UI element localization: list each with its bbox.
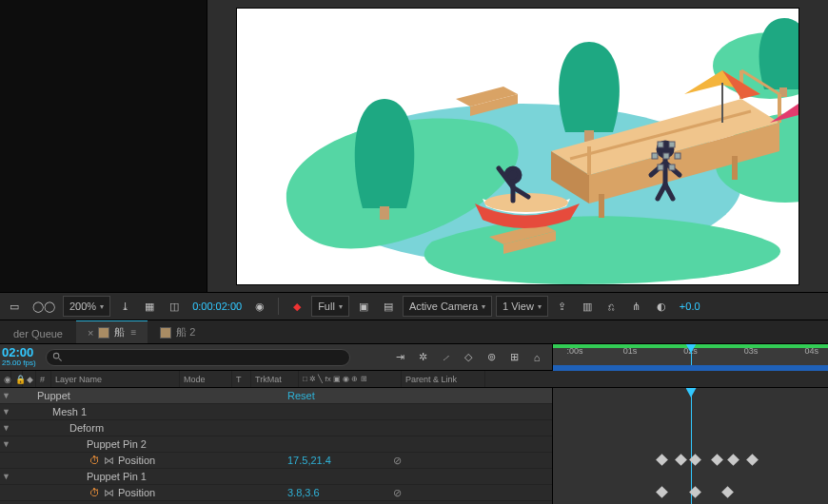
keyframe[interactable]: [656, 454, 668, 466]
svg-rect-9: [599, 194, 604, 218]
row-mesh[interactable]: ▼Mesh 1: [0, 404, 552, 420]
mask-toggle-icon[interactable]: ◯◯: [29, 296, 59, 317]
keyframe[interactable]: [689, 486, 701, 498]
row-pin-1[interactable]: ▼Puppet Pin 1: [0, 469, 552, 485]
zoom-dropdown[interactable]: 200%: [63, 296, 110, 317]
col-trkmat: TrkMat: [251, 371, 299, 387]
col-switches: □ ✲ ╲ fx ▣ ◉ ⊕ ⊞: [299, 371, 402, 387]
col-index: #: [36, 371, 51, 387]
twirl-icon[interactable]: ▼: [2, 391, 10, 400]
keyframe[interactable]: [656, 486, 668, 498]
close-tab-icon[interactable]: ×: [88, 327, 93, 339]
col-parent: Parent & Link: [402, 371, 485, 387]
col-lock-icon[interactable]: 🔒: [11, 371, 23, 387]
tab-render-queue[interactable]: der Queue: [2, 324, 74, 343]
roi-icon[interactable]: ▤: [378, 296, 399, 317]
view-toggle-icon[interactable]: ▭: [4, 296, 25, 317]
keyframe-nav-icon[interactable]: ⋈: [104, 487, 114, 499]
frame-blend-icon[interactable]: ◇: [459, 348, 478, 367]
camera-dropdown[interactable]: Active Camera: [403, 296, 492, 317]
twirl-icon[interactable]: ▼: [2, 423, 10, 433]
row-pin-1-position[interactable]: ⏱ ⋈ Position 3.8,3.6 ⊘: [0, 485, 552, 501]
current-time-indicator[interactable]: 02:00 25.00 fps): [0, 347, 40, 368]
snapshot-icon[interactable]: ◉: [249, 296, 270, 317]
preview-viewport[interactable]: [207, 0, 828, 292]
guides-icon[interactable]: ◫: [164, 296, 185, 317]
resolution-down-icon[interactable]: ⤓: [114, 296, 135, 317]
timeline-toolbar-icons: ⇥ ✲ ⟋ ◇ ⊚ ⊞ ⌂: [390, 348, 552, 367]
twirl-icon[interactable]: ▼: [2, 439, 10, 449]
tab-menu-icon[interactable]: ≡: [130, 327, 136, 338]
brainstorm-icon[interactable]: ⌂: [527, 348, 546, 367]
tab-comp-2[interactable]: 船 2: [149, 321, 207, 343]
separator: [278, 298, 279, 315]
row-pin-2-position[interactable]: ⏱ ⋈ Position 17.5,21.4 ⊘: [0, 453, 552, 469]
motion-blur-icon[interactable]: ⊚: [482, 348, 501, 367]
keyframe[interactable]: [711, 454, 723, 466]
pixel-aspect-icon[interactable]: ▥: [577, 296, 598, 317]
composition-canvas[interactable]: [237, 9, 798, 284]
tab-label: der Queue: [13, 328, 63, 339]
transparency-grid-icon[interactable]: ▣: [353, 296, 374, 317]
col-label-icon[interactable]: ◆: [23, 371, 36, 387]
keyframe[interactable]: [727, 454, 739, 466]
preview-quality-dropdown[interactable]: Full: [311, 296, 349, 317]
keyframe[interactable]: [675, 454, 687, 466]
pickwhip-icon[interactable]: ⊘: [383, 455, 411, 467]
layer-panel: ▼Puppet Reset ▼Mesh 1 ▼Deform ▼Puppet Pi…: [0, 388, 828, 504]
timeline-graph-icon[interactable]: ⋔: [626, 296, 647, 317]
views-value: 1 View: [503, 300, 534, 312]
channel-icon[interactable]: ◆: [286, 296, 307, 317]
layer-outline[interactable]: ▼Puppet Reset ▼Mesh 1 ▼Deform ▼Puppet Pi…: [0, 388, 552, 504]
track-pin1-position[interactable]: [553, 485, 828, 501]
svg-rect-36: [658, 142, 663, 147]
stopwatch-icon[interactable]: ⏱: [89, 455, 100, 466]
row-pin-2[interactable]: ▼Puppet Pin 2: [0, 436, 552, 453]
framerate: 25.00 fps): [2, 358, 40, 368]
layer-search-input[interactable]: [46, 349, 350, 366]
viewer-toolbar: ▭ ◯◯ 200% ⤓ ▦ ◫ 0:00:02:00 ◉ ◆ Full ▣ ▤ …: [0, 292, 828, 320]
fast-previews-icon[interactable]: ⎌: [601, 296, 622, 317]
twirl-icon[interactable]: ▼: [2, 472, 10, 481]
tab-label: 船: [114, 325, 125, 339]
ruler-label: 03s: [744, 346, 759, 356]
row-effect-puppet[interactable]: ▼Puppet Reset: [0, 388, 552, 404]
reset-link[interactable]: Reset: [287, 390, 383, 401]
grid-icon[interactable]: ▦: [139, 296, 160, 317]
row-label: Puppet Pin 2: [14, 438, 147, 450]
row-label: Position: [118, 455, 155, 466]
graph-editor-icon[interactable]: ⊞: [504, 348, 523, 367]
tab-comp-1[interactable]: × 船 ≡: [76, 320, 148, 343]
stopwatch-icon[interactable]: ⏱: [89, 487, 100, 498]
share-view-icon[interactable]: ⇪: [552, 296, 573, 317]
row-label: Mesh 1: [14, 406, 87, 417]
keyframe[interactable]: [689, 454, 701, 466]
property-value[interactable]: 3.8,3.6: [287, 487, 383, 498]
exposure-icon[interactable]: ◐: [651, 296, 672, 317]
comp-swatch-icon: [99, 328, 108, 338]
property-value[interactable]: 17.5,21.4: [287, 455, 383, 466]
comp-mini-flowchart-icon[interactable]: ⇥: [390, 348, 409, 367]
exposure-value[interactable]: +0.0: [676, 296, 704, 317]
draft3d-icon[interactable]: ✲: [413, 348, 432, 367]
shy-icon[interactable]: ⟋: [436, 348, 455, 367]
work-area-indicator[interactable]: [553, 365, 828, 371]
track-pin2-position[interactable]: [553, 453, 828, 469]
keyframe[interactable]: [721, 486, 734, 498]
pickwhip-icon[interactable]: ⊘: [383, 487, 411, 499]
timeline-tracks[interactable]: [552, 388, 828, 504]
preview-pane: [0, 0, 828, 292]
twirl-icon[interactable]: ▼: [2, 407, 10, 417]
row-deform[interactable]: ▼Deform: [0, 420, 552, 436]
views-dropdown[interactable]: 1 View: [496, 296, 548, 317]
keyframe-nav-icon[interactable]: ⋈: [104, 455, 114, 467]
col-visibility-icon[interactable]: ◉: [0, 371, 11, 387]
time-ruler[interactable]: :00s 01s 02s 03s 04s: [552, 344, 828, 371]
row-label: Deform: [14, 422, 104, 434]
scene-illustration: [237, 9, 798, 284]
row-label: Position: [118, 487, 155, 498]
keyframe[interactable]: [746, 454, 759, 466]
col-t: T: [232, 371, 251, 387]
svg-rect-42: [669, 165, 675, 170]
timecode-display[interactable]: 0:00:02:00: [188, 296, 246, 317]
